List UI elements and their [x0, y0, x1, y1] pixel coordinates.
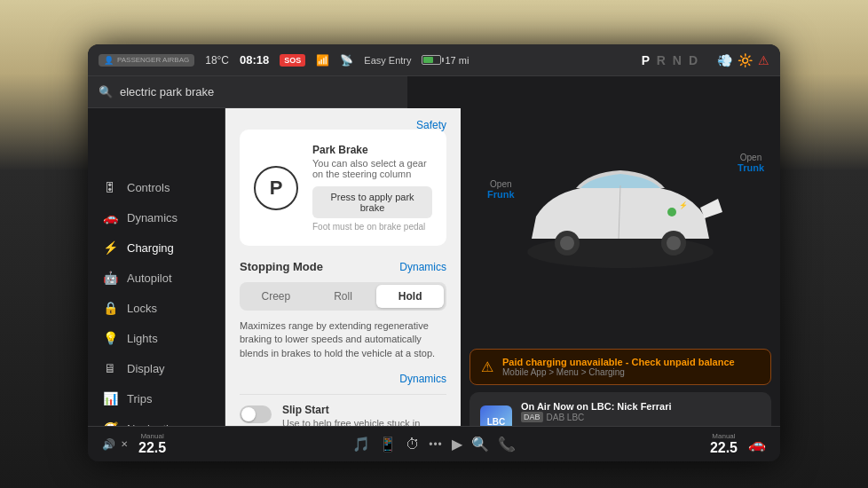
- sidebar-item-controls[interactable]: 🎛 Controls: [88, 172, 225, 202]
- display-icon: 🖥: [102, 361, 118, 375]
- right-temp-label: Manual: [712, 432, 735, 440]
- search-bar[interactable]: 🔍: [88, 76, 407, 108]
- sidebar-item-label-display: Display: [127, 362, 165, 375]
- trunk-open-label: Open: [738, 153, 764, 162]
- notification-description: Mobile App > Menu > Charging: [502, 367, 735, 377]
- park-brake-card: P Park Brake You can also select a gear …: [240, 130, 446, 246]
- gear-r[interactable]: R: [657, 53, 667, 67]
- slip-start-label: Slip Start: [282, 404, 446, 416]
- warning-icon: ⚠: [481, 358, 493, 375]
- mode-creep[interactable]: Creep: [242, 285, 310, 308]
- more-taskbar-icon[interactable]: •••: [429, 438, 443, 451]
- stopping-mode-section: Stopping Mode Dynamics Creep Roll Hold M…: [240, 260, 446, 360]
- svg-text:⚡: ⚡: [679, 201, 688, 209]
- charging-icon: ⚡: [102, 240, 118, 255]
- park-brake-icon: P: [254, 166, 298, 210]
- stopping-mode-title: Stopping Mode: [240, 260, 323, 273]
- gear-d[interactable]: D: [689, 53, 699, 67]
- sidebar-item-display[interactable]: 🖥 Display: [88, 353, 225, 383]
- mode-hold[interactable]: Hold: [376, 285, 444, 308]
- svg-point-5: [667, 236, 681, 250]
- icon-alert: ⚠: [758, 53, 769, 67]
- right-temp-display[interactable]: Manual 22.5: [710, 432, 738, 456]
- sidebar-item-trips[interactable]: 📊 Trips: [88, 383, 225, 413]
- content-panel: Safety P Park Brake You can also select …: [225, 108, 461, 458]
- apps-taskbar-icon[interactable]: 📱: [379, 436, 397, 453]
- dynamics-icon: 🚗: [102, 210, 118, 224]
- radio-logo-text: LBC: [487, 417, 506, 427]
- notification-content: Paid charging unavailable - Check unpaid…: [502, 357, 735, 377]
- sidebar-item-dynamics[interactable]: 🚗 Dynamics: [88, 202, 225, 232]
- left-temp-label: Manual: [140, 432, 163, 440]
- sidebar-item-label-dynamics: Dynamics: [127, 211, 178, 224]
- dynamics-link[interactable]: Dynamics: [399, 261, 446, 273]
- battery-indicator: 17 mi: [422, 55, 469, 66]
- mode-buttons: Creep Roll Hold: [240, 282, 446, 311]
- mode-roll[interactable]: Roll: [310, 285, 377, 308]
- slip-start-toggle[interactable]: [240, 405, 272, 423]
- sidebar-item-locks[interactable]: 🔒 Locks: [88, 293, 225, 323]
- dynamics-section-header: Dynamics: [240, 373, 446, 385]
- trips-icon: 📊: [102, 391, 118, 405]
- park-brake-title: Park Brake: [312, 144, 432, 156]
- park-brake-info: Park Brake You can also select a gear on…: [312, 144, 432, 232]
- volume-control[interactable]: 🔊 ✕: [102, 438, 128, 451]
- status-bar: 👤 PASSENGER AIRBAG 18°C 08:18 SOS 📶 📡 Ea…: [88, 44, 780, 76]
- notification-title: Paid charging unavailable - Check unpaid…: [502, 357, 735, 367]
- sidebar-item-autopilot[interactable]: 🤖 Autopilot: [88, 263, 225, 293]
- sos-button[interactable]: SOS: [280, 54, 305, 67]
- search-input[interactable]: [120, 85, 397, 98]
- icon-vent: 💨: [717, 53, 732, 67]
- gear-p[interactable]: P: [642, 53, 651, 67]
- range-display: 17 mi: [445, 55, 469, 66]
- safety-tag-link[interactable]: Safety: [416, 119, 446, 131]
- gear-n[interactable]: N: [673, 53, 683, 67]
- media-taskbar-icon[interactable]: ▶: [452, 436, 462, 453]
- frunk-area[interactable]: Open Frunk: [487, 179, 515, 200]
- autopilot-icon: 🤖: [102, 271, 118, 285]
- sidebar-item-label-trips: Trips: [127, 392, 152, 405]
- sidebar-item-label-charging: Charging: [127, 241, 174, 255]
- trunk-label: Trunk: [738, 162, 764, 173]
- time-display: 08:18: [240, 53, 269, 67]
- phone-taskbar-icon[interactable]: 📞: [498, 436, 516, 453]
- toggle-knob: [241, 407, 256, 421]
- easy-entry-label: Easy Entry: [364, 55, 411, 66]
- battery-fill: [423, 57, 433, 63]
- left-temp-value: 22.5: [138, 440, 166, 456]
- stopping-mode-header: Stopping Mode Dynamics: [240, 260, 446, 273]
- sidebar-item-label-autopilot: Autopilot: [127, 272, 172, 285]
- trunk-area[interactable]: Open Trunk: [738, 153, 764, 173]
- svg-point-6: [667, 208, 676, 216]
- car-taskbar-icon[interactable]: 🚗: [748, 436, 766, 453]
- temperature-display: 18°C: [205, 54, 229, 67]
- passenger-airbag-label: PASSENGER AIRBAG: [117, 56, 189, 64]
- sidebar-item-lights[interactable]: 💡 Lights: [88, 323, 225, 353]
- dab-icon: DAB: [521, 412, 543, 422]
- locks-icon: 🔒: [102, 301, 118, 315]
- taskbar-center: 🎵 📱 ⏱ ••• ▶ 🔍 📞: [352, 436, 516, 453]
- sidebar-item-charging[interactable]: ⚡ Charging: [88, 232, 225, 263]
- gear-selector: P R N D: [642, 53, 699, 67]
- music-taskbar-icon[interactable]: 🎵: [352, 436, 370, 453]
- taskbar-right: Manual 22.5 🚗: [530, 432, 766, 456]
- sidebar: 🎛 Controls 🚗 Dynamics ⚡ Charging 🤖 Autop…: [88, 108, 225, 458]
- volume-icon: 🔊: [102, 438, 115, 451]
- dynamics-link-2[interactable]: Dynamics: [399, 373, 446, 385]
- music-subtitle: DAB DAB LBC: [521, 412, 761, 422]
- park-brake-note: Foot must be on brake pedal: [312, 222, 432, 232]
- sidebar-item-label-lights: Lights: [127, 332, 158, 345]
- timer-taskbar-icon[interactable]: ⏱: [406, 437, 420, 453]
- wifi-icon: 📡: [340, 54, 353, 67]
- search-icon: 🔍: [99, 85, 113, 98]
- right-temp-value: 22.5: [710, 440, 738, 456]
- camera-taskbar-icon[interactable]: 🔍: [471, 436, 489, 453]
- car-svg: ⚡: [514, 163, 727, 287]
- taskbar: 🔊 ✕ Manual 22.5 🎵 📱 ⏱ ••• ▶ 🔍 📞 Manual 2…: [88, 426, 780, 461]
- left-temp-display[interactable]: Manual 22.5: [138, 432, 166, 456]
- park-brake-button[interactable]: Press to apply park brake: [312, 186, 432, 218]
- charging-notification: ⚠ Paid charging unavailable - Check unpa…: [470, 349, 771, 385]
- icon-heat: 🔆: [738, 53, 753, 67]
- main-screen: 👤 PASSENGER AIRBAG 18°C 08:18 SOS 📶 📡 Ea…: [88, 44, 780, 461]
- battery-icon: [422, 55, 441, 65]
